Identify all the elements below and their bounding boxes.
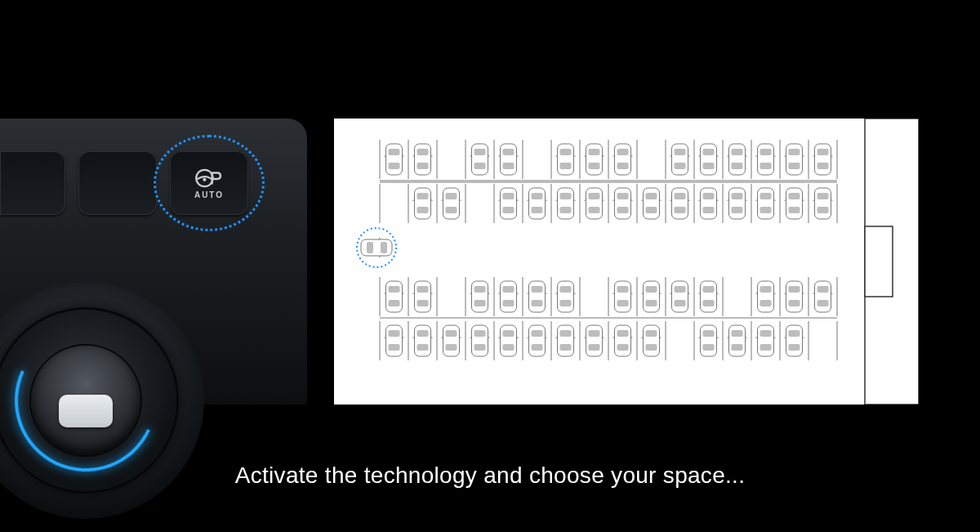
svg-rect-313 (615, 325, 631, 356)
svg-rect-159 (760, 193, 772, 199)
svg-rect-275 (389, 344, 400, 351)
svg-rect-169 (817, 193, 829, 199)
svg-rect-319 (646, 330, 657, 337)
svg-rect-308 (586, 325, 603, 356)
svg-rect-202 (474, 286, 486, 293)
svg-rect-315 (617, 344, 629, 351)
svg-rect-304 (560, 330, 572, 337)
svg-rect-325 (703, 344, 715, 351)
auto-park-button[interactable]: AUTO (170, 151, 248, 215)
svg-rect-236 (701, 281, 717, 312)
svg-rect-216 (558, 281, 574, 312)
svg-rect-113 (501, 188, 517, 219)
svg-rect-217 (560, 286, 572, 293)
svg-rect-212 (532, 286, 543, 293)
svg-rect-135 (617, 207, 629, 213)
svg-rect-108 (443, 188, 460, 219)
svg-rect-36 (501, 144, 517, 175)
svg-rect-303 (558, 325, 574, 356)
svg-rect-193 (389, 300, 400, 306)
svg-rect-251 (815, 281, 831, 312)
svg-rect-43 (560, 163, 572, 169)
svg-rect-226 (644, 281, 660, 312)
svg-rect-223 (617, 300, 629, 306)
svg-rect-128 (586, 188, 603, 219)
svg-rect-53 (617, 163, 629, 169)
svg-rect-51 (615, 144, 631, 175)
svg-rect-344 (865, 226, 893, 297)
svg-rect-56 (672, 144, 688, 175)
svg-rect-246 (786, 281, 803, 312)
svg-rect-163 (786, 188, 803, 219)
svg-rect-153 (729, 188, 746, 219)
svg-rect-61 (701, 144, 717, 175)
svg-rect-299 (532, 330, 543, 337)
svg-rect-279 (417, 330, 429, 337)
svg-rect-207 (503, 286, 514, 293)
svg-rect-243 (760, 300, 772, 306)
svg-rect-23 (389, 163, 400, 169)
blank-button-middle[interactable] (78, 151, 157, 215)
svg-rect-78 (789, 163, 800, 169)
svg-rect-154 (732, 193, 743, 199)
svg-rect-32 (474, 149, 486, 155)
svg-rect-73 (760, 163, 772, 169)
svg-rect-233 (675, 300, 686, 306)
svg-rect-82 (817, 149, 829, 155)
svg-rect-148 (701, 188, 717, 219)
blank-button-left[interactable] (0, 151, 65, 215)
svg-rect-290 (474, 344, 486, 351)
svg-rect-283 (443, 325, 460, 356)
svg-rect-33 (474, 163, 486, 169)
svg-rect-295 (503, 344, 514, 351)
svg-rect-160 (760, 207, 772, 213)
svg-rect-323 (701, 325, 717, 356)
svg-rect-119 (532, 193, 543, 199)
svg-rect-124 (560, 193, 572, 199)
svg-rect-288 (472, 325, 488, 356)
svg-rect-168 (815, 188, 831, 219)
svg-rect-324 (703, 330, 715, 337)
svg-rect-294 (503, 330, 514, 337)
svg-rect-170 (817, 207, 829, 213)
svg-rect-38 (503, 163, 514, 169)
svg-rect-149 (703, 193, 715, 199)
svg-rect-58 (675, 163, 686, 169)
svg-rect-218 (560, 300, 572, 306)
svg-rect-63 (703, 163, 715, 169)
svg-rect-68 (732, 163, 743, 169)
svg-rect-241 (758, 281, 774, 312)
svg-rect-114 (503, 193, 514, 199)
svg-rect-298 (529, 325, 546, 356)
parking-lot-diagram (334, 118, 919, 405)
svg-rect-211 (529, 281, 546, 312)
svg-rect-57 (675, 149, 686, 155)
svg-rect-300 (532, 344, 543, 351)
svg-rect-62 (703, 149, 715, 155)
svg-rect-253 (817, 300, 829, 306)
svg-rect-346 (361, 239, 392, 256)
svg-rect-278 (415, 325, 431, 356)
svg-rect-130 (589, 207, 600, 213)
svg-rect-293 (501, 325, 517, 356)
svg-rect-125 (560, 207, 572, 213)
svg-rect-52 (617, 149, 629, 155)
svg-rect-305 (560, 344, 572, 351)
svg-rect-103 (415, 188, 431, 219)
svg-rect-206 (501, 281, 517, 312)
svg-rect-158 (758, 188, 774, 219)
svg-rect-232 (675, 286, 686, 293)
svg-rect-348 (367, 242, 373, 253)
svg-rect-27 (417, 149, 429, 155)
svg-rect-340 (789, 344, 800, 351)
svg-rect-198 (417, 300, 429, 306)
svg-rect-22 (389, 149, 400, 155)
svg-rect-46 (586, 144, 603, 175)
svg-rect-192 (389, 286, 400, 293)
svg-rect-81 (815, 144, 831, 175)
svg-rect-42 (560, 149, 572, 155)
svg-rect-144 (675, 193, 686, 199)
svg-rect-83 (817, 163, 829, 169)
svg-rect-242 (760, 286, 772, 293)
svg-rect-320 (646, 344, 657, 351)
